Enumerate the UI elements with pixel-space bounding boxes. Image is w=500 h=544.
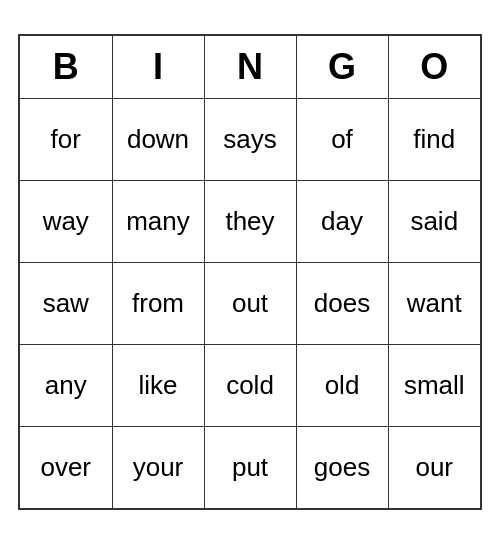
table-row: anylikecoldoldsmall <box>20 344 480 426</box>
header-row: B I N G O <box>20 36 480 99</box>
table-row: overyourputgoesour <box>20 426 480 508</box>
table-cell: goes <box>296 426 388 508</box>
table-cell: cold <box>204 344 296 426</box>
table-cell: from <box>112 262 204 344</box>
table-cell: does <box>296 262 388 344</box>
header-g: G <box>296 36 388 99</box>
table-cell: many <box>112 180 204 262</box>
table-cell: of <box>296 98 388 180</box>
table-cell: over <box>20 426 112 508</box>
table-cell: said <box>388 180 480 262</box>
table-row: waymanytheydaysaid <box>20 180 480 262</box>
table-cell: day <box>296 180 388 262</box>
bingo-body: fordownsaysoffindwaymanytheydaysaidsawfr… <box>20 98 480 508</box>
table-cell: they <box>204 180 296 262</box>
table-cell: says <box>204 98 296 180</box>
bingo-card: B I N G O fordownsaysoffindwaymanytheyda… <box>18 34 482 511</box>
header-n: N <box>204 36 296 99</box>
table-cell: for <box>20 98 112 180</box>
header-o: O <box>388 36 480 99</box>
table-cell: find <box>388 98 480 180</box>
table-cell: any <box>20 344 112 426</box>
table-cell: out <box>204 262 296 344</box>
table-cell: like <box>112 344 204 426</box>
table-cell: our <box>388 426 480 508</box>
bingo-table: B I N G O fordownsaysoffindwaymanytheyda… <box>20 36 480 509</box>
table-cell: old <box>296 344 388 426</box>
table-cell: saw <box>20 262 112 344</box>
header-i: I <box>112 36 204 99</box>
table-row: fordownsaysoffind <box>20 98 480 180</box>
table-cell: down <box>112 98 204 180</box>
table-cell: way <box>20 180 112 262</box>
table-cell: small <box>388 344 480 426</box>
table-cell: want <box>388 262 480 344</box>
table-cell: put <box>204 426 296 508</box>
table-cell: your <box>112 426 204 508</box>
table-row: sawfromoutdoeswant <box>20 262 480 344</box>
header-b: B <box>20 36 112 99</box>
